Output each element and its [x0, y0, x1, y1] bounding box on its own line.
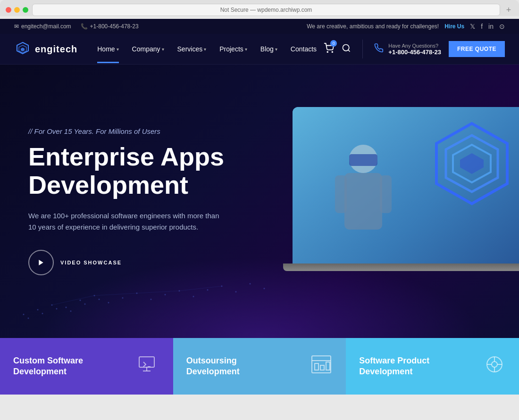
minimize-button[interactable]	[14, 7, 20, 13]
logo-icon	[14, 41, 31, 58]
nav-item-blog[interactable]: Blog ▾	[255, 35, 283, 63]
browser-window: Not Secure — wpdemo.archiwp.com + ✉ engi…	[0, 0, 519, 395]
svg-point-12	[108, 302, 109, 304]
svg-point-21	[235, 291, 237, 293]
svg-point-18	[193, 296, 194, 297]
hero-content: // For Over 15 Years. For Millions of Us…	[28, 127, 274, 275]
instagram-icon[interactable]: ⊙	[499, 23, 505, 30]
laptop-content	[293, 107, 519, 267]
service-card-3[interactable]: Software ProductDevelopment	[346, 338, 519, 395]
email-icon: ✉	[14, 23, 19, 30]
topbar-right: We are creative, ambitious and ready for…	[307, 23, 505, 30]
nav-right: 0 Have Any Questions?	[324, 40, 505, 58]
hero-title-line2: Development	[28, 171, 188, 199]
topbar: ✉ engitech@mail.com 📞 +1-800-456-478-23 …	[0, 19, 519, 34]
nav-phone: Have Any Questions? +1-800-456-478-23	[374, 43, 441, 56]
svg-marker-34	[39, 260, 43, 265]
service-icon-1	[137, 353, 160, 380]
hire-us-link[interactable]: Hire Us	[444, 23, 464, 30]
svg-rect-42	[380, 175, 392, 213]
phone-text: +1-800-456-478-23	[90, 23, 139, 30]
svg-point-13	[122, 297, 124, 299]
free-quote-button[interactable]: FREE QUOTE	[449, 41, 505, 57]
video-showcase-button[interactable]: VIDEO SHOWCASE	[28, 250, 274, 275]
svg-line-32	[137, 291, 179, 293]
svg-line-33	[179, 286, 222, 291]
nav-home-chevron: ▾	[117, 47, 119, 52]
hero-title: Enterprise Apps Development	[28, 143, 274, 199]
svg-rect-43	[349, 154, 377, 166]
topbar-message: We are creative, ambitious and ready for…	[307, 23, 439, 30]
svg-point-26	[56, 308, 58, 310]
nav-contacts-label: Contacts	[291, 45, 317, 53]
twitter-icon[interactable]: 𝕏	[470, 23, 475, 30]
window-controls	[6, 7, 28, 13]
facebook-icon[interactable]: f	[481, 23, 483, 30]
cart-badge: 0	[330, 40, 337, 47]
new-tab-button[interactable]: +	[504, 5, 513, 15]
nav-blog-chevron: ▾	[275, 47, 277, 52]
nav-projects-label: Projects	[219, 45, 243, 53]
hero-subtitle: // For Over 15 Years. For Millions of Us…	[28, 127, 274, 135]
person-image	[321, 135, 406, 258]
nav-item-company[interactable]: Company ▾	[126, 35, 170, 63]
hero-description: We are 100+ professional software engine…	[28, 210, 226, 233]
svg-point-27	[70, 311, 72, 312]
hero-section: // For Over 15 Years. For Millions of Us…	[0, 65, 519, 338]
svg-point-9	[66, 307, 67, 308]
cart-icon[interactable]: 0	[324, 43, 334, 55]
services-bar: Custom SoftwareDevelopment OutsoursingDe…	[0, 338, 519, 395]
service-icon-2	[310, 353, 333, 380]
nav-item-home[interactable]: Home ▾	[92, 35, 124, 63]
svg-line-31	[94, 293, 137, 296]
svg-rect-40	[344, 173, 382, 230]
service-title-3: Software ProductDevelopment	[359, 355, 429, 378]
nav-item-services[interactable]: Services ▾	[172, 35, 212, 63]
phone-icon: 📞	[81, 23, 88, 30]
svg-rect-52	[326, 362, 330, 370]
svg-line-30	[52, 296, 94, 305]
website-content: ✉ engitech@mail.com 📞 +1-800-456-478-23 …	[0, 19, 519, 395]
svg-rect-44	[139, 357, 154, 367]
svg-point-28	[84, 304, 86, 305]
url-text: Not Secure — wpdemo.archiwp.com	[220, 7, 312, 13]
nav-item-projects[interactable]: Projects ▾	[214, 35, 253, 63]
svg-point-19	[207, 289, 209, 291]
svg-point-3	[327, 51, 328, 52]
svg-point-25	[42, 313, 43, 314]
address-bar[interactable]: Not Secure — wpdemo.archiwp.com	[32, 4, 500, 16]
browser-chrome: Not Secure — wpdemo.archiwp.com +	[0, 0, 519, 16]
laptop-screen	[293, 107, 519, 267]
maximize-button[interactable]	[23, 7, 28, 13]
service-card-1[interactable]: Custom SoftwareDevelopment	[0, 338, 173, 395]
nav-services-label: Services	[177, 45, 203, 53]
close-button[interactable]	[6, 7, 11, 13]
service-title-1: Custom SoftwareDevelopment	[13, 355, 83, 378]
laptop-base	[283, 264, 519, 271]
hero-image	[283, 79, 519, 267]
search-icon[interactable]	[342, 43, 351, 55]
nav-phone-text: Have Any Questions? +1-800-456-478-23	[388, 43, 441, 56]
play-button[interactable]	[28, 250, 54, 275]
phone-question: Have Any Questions?	[388, 43, 441, 49]
navbar: engitech Home ▾ Company ▾ Services ▾ Pro…	[0, 34, 519, 65]
phone-icon-nav	[374, 43, 384, 55]
svg-point-4	[332, 51, 333, 52]
svg-point-24	[28, 318, 29, 319]
nav-company-label: Company	[132, 45, 160, 53]
service-title-2: OutsoursingDevelopment	[186, 355, 240, 378]
nav-blog-label: Blog	[260, 45, 274, 53]
svg-point-54	[492, 362, 497, 367]
nav-divider	[362, 40, 363, 58]
svg-rect-41	[335, 175, 347, 213]
service-card-2[interactable]: OutsoursingDevelopment	[173, 338, 346, 395]
svg-point-5	[343, 45, 349, 51]
phone-number: +1-800-456-478-23	[388, 49, 441, 56]
nav-projects-chevron: ▾	[245, 47, 247, 52]
nav-item-contacts[interactable]: Contacts	[285, 35, 322, 63]
topbar-left: ✉ engitech@mail.com 📞 +1-800-456-478-23	[14, 23, 139, 30]
linkedin-icon[interactable]: in	[488, 23, 494, 30]
nav-links: Home ▾ Company ▾ Services ▾ Projects ▾ B…	[92, 35, 324, 63]
topbar-phone: 📞 +1-800-456-478-23	[81, 23, 139, 30]
logo[interactable]: engitech	[14, 41, 77, 58]
